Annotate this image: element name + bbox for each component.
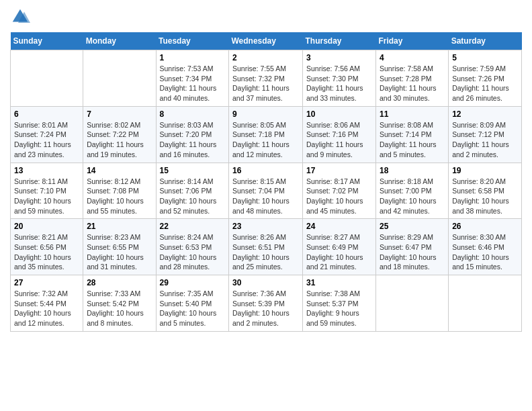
day-info: Sunrise: 8:01 AM Sunset: 7:24 PM Dayligh… — [14, 120, 79, 160]
day-number: 10 — [306, 109, 372, 119]
day-info: Sunrise: 8:23 AM Sunset: 6:55 PM Dayligh… — [87, 232, 152, 272]
day-number: 3 — [306, 53, 372, 62]
calendar-cell: 28Sunrise: 7:33 AM Sunset: 5:42 PM Dayli… — [83, 275, 156, 332]
weekday-header-friday: Friday — [375, 32, 448, 50]
day-info: Sunrise: 8:09 AM Sunset: 7:12 PM Dayligh… — [452, 120, 518, 160]
day-number: 16 — [232, 166, 299, 175]
day-number: 24 — [306, 222, 372, 231]
day-info: Sunrise: 8:29 AM Sunset: 6:47 PM Dayligh… — [380, 232, 445, 272]
day-info: Sunrise: 8:21 AM Sunset: 6:56 PM Dayligh… — [14, 232, 79, 272]
day-info: Sunrise: 8:11 AM Sunset: 7:10 PM Dayligh… — [14, 177, 79, 216]
day-info: Sunrise: 8:02 AM Sunset: 7:22 PM Dayligh… — [87, 120, 152, 160]
day-number: 11 — [380, 109, 445, 119]
calendar-cell — [449, 275, 522, 332]
calendar-cell: 27Sunrise: 7:32 AM Sunset: 5:44 PM Dayli… — [11, 275, 83, 332]
day-info: Sunrise: 8:15 AM Sunset: 7:04 PM Dayligh… — [232, 177, 299, 216]
day-info: Sunrise: 8:12 AM Sunset: 7:08 PM Dayligh… — [87, 177, 152, 216]
calendar-cell: 9Sunrise: 8:05 AM Sunset: 7:18 PM Daylig… — [229, 106, 303, 163]
calendar-cell: 25Sunrise: 8:29 AM Sunset: 6:47 PM Dayli… — [375, 219, 448, 275]
day-number: 13 — [14, 166, 79, 175]
day-number: 22 — [160, 222, 226, 231]
day-info: Sunrise: 7:33 AM Sunset: 5:42 PM Dayligh… — [87, 289, 152, 328]
calendar-cell: 16Sunrise: 8:15 AM Sunset: 7:04 PM Dayli… — [229, 163, 303, 219]
calendar-cell — [11, 50, 83, 107]
day-number: 19 — [452, 166, 518, 175]
day-info: Sunrise: 8:27 AM Sunset: 6:49 PM Dayligh… — [306, 232, 372, 272]
calendar-cell: 4Sunrise: 7:58 AM Sunset: 7:28 PM Daylig… — [375, 50, 448, 107]
day-number: 18 — [380, 166, 445, 175]
day-number: 17 — [306, 166, 372, 175]
day-info: Sunrise: 8:20 AM Sunset: 6:58 PM Dayligh… — [452, 177, 518, 216]
calendar-header: SundayMondayTuesdayWednesdayThursdayFrid… — [11, 32, 522, 50]
calendar-cell: 12Sunrise: 8:09 AM Sunset: 7:12 PM Dayli… — [449, 106, 522, 163]
page: SundayMondayTuesdayWednesdayThursdayFrid… — [0, 0, 532, 411]
calendar-cell: 15Sunrise: 8:14 AM Sunset: 7:06 PM Dayli… — [156, 163, 229, 219]
day-info: Sunrise: 8:17 AM Sunset: 7:02 PM Dayligh… — [306, 177, 372, 216]
calendar-cell — [83, 50, 156, 107]
calendar-cell: 2Sunrise: 7:55 AM Sunset: 7:32 PM Daylig… — [229, 50, 303, 107]
day-number: 31 — [306, 278, 372, 287]
calendar-cell: 11Sunrise: 8:08 AM Sunset: 7:14 PM Dayli… — [375, 106, 448, 163]
calendar-cell: 5Sunrise: 7:59 AM Sunset: 7:26 PM Daylig… — [449, 50, 522, 107]
day-info: Sunrise: 7:58 AM Sunset: 7:28 PM Dayligh… — [380, 64, 445, 103]
day-number: 2 — [232, 53, 299, 62]
calendar-cell: 7Sunrise: 8:02 AM Sunset: 7:22 PM Daylig… — [83, 106, 156, 163]
logo — [10, 7, 33, 27]
day-number: 25 — [380, 222, 445, 231]
calendar-cell: 6Sunrise: 8:01 AM Sunset: 7:24 PM Daylig… — [11, 106, 83, 163]
logo-icon — [10, 7, 30, 27]
calendar-week-row: 27Sunrise: 7:32 AM Sunset: 5:44 PM Dayli… — [11, 275, 522, 332]
day-info: Sunrise: 7:32 AM Sunset: 5:44 PM Dayligh… — [14, 289, 79, 328]
day-info: Sunrise: 8:24 AM Sunset: 6:53 PM Dayligh… — [160, 232, 226, 272]
day-number: 6 — [14, 109, 79, 119]
calendar-cell: 30Sunrise: 7:36 AM Sunset: 5:39 PM Dayli… — [229, 275, 303, 332]
calendar-cell: 17Sunrise: 8:17 AM Sunset: 7:02 PM Dayli… — [302, 163, 375, 219]
day-number: 12 — [452, 109, 518, 119]
day-number: 9 — [232, 109, 299, 119]
day-info: Sunrise: 7:55 AM Sunset: 7:32 PM Dayligh… — [232, 64, 299, 103]
day-info: Sunrise: 8:14 AM Sunset: 7:06 PM Dayligh… — [160, 177, 226, 216]
day-number: 29 — [160, 278, 226, 287]
calendar-week-row: 13Sunrise: 8:11 AM Sunset: 7:10 PM Dayli… — [11, 163, 522, 219]
day-info: Sunrise: 7:53 AM Sunset: 7:34 PM Dayligh… — [160, 64, 226, 103]
calendar-cell: 3Sunrise: 7:56 AM Sunset: 7:30 PM Daylig… — [302, 50, 375, 107]
day-info: Sunrise: 8:03 AM Sunset: 7:20 PM Dayligh… — [160, 120, 226, 160]
day-number: 21 — [87, 222, 152, 231]
day-number: 20 — [14, 222, 79, 231]
calendar-cell — [375, 275, 448, 332]
weekday-header-sunday: Sunday — [11, 32, 83, 50]
calendar-cell: 31Sunrise: 7:38 AM Sunset: 5:37 PM Dayli… — [302, 275, 375, 332]
day-number: 23 — [232, 222, 299, 231]
calendar-cell: 14Sunrise: 8:12 AM Sunset: 7:08 PM Dayli… — [83, 163, 156, 219]
day-number: 30 — [232, 278, 299, 287]
weekday-header-thursday: Thursday — [302, 32, 375, 50]
day-info: Sunrise: 8:06 AM Sunset: 7:16 PM Dayligh… — [306, 120, 372, 160]
day-info: Sunrise: 7:38 AM Sunset: 5:37 PM Dayligh… — [306, 289, 372, 328]
weekday-header-monday: Monday — [83, 32, 156, 50]
day-number: 5 — [452, 53, 518, 62]
day-number: 4 — [380, 53, 445, 62]
calendar-cell: 23Sunrise: 8:26 AM Sunset: 6:51 PM Dayli… — [229, 219, 303, 275]
weekday-header-saturday: Saturday — [449, 32, 522, 50]
day-number: 8 — [160, 109, 226, 119]
calendar-cell: 29Sunrise: 7:35 AM Sunset: 5:40 PM Dayli… — [156, 275, 229, 332]
weekday-header-row: SundayMondayTuesdayWednesdayThursdayFrid… — [11, 32, 522, 50]
calendar-cell: 22Sunrise: 8:24 AM Sunset: 6:53 PM Dayli… — [156, 219, 229, 275]
calendar-cell: 21Sunrise: 8:23 AM Sunset: 6:55 PM Dayli… — [83, 219, 156, 275]
weekday-header-wednesday: Wednesday — [229, 32, 303, 50]
day-info: Sunrise: 8:18 AM Sunset: 7:00 PM Dayligh… — [380, 177, 445, 216]
calendar-week-row: 20Sunrise: 8:21 AM Sunset: 6:56 PM Dayli… — [11, 219, 522, 275]
day-number: 14 — [87, 166, 152, 175]
day-number: 1 — [160, 53, 226, 62]
day-info: Sunrise: 7:35 AM Sunset: 5:40 PM Dayligh… — [160, 289, 226, 328]
calendar-cell: 10Sunrise: 8:06 AM Sunset: 7:16 PM Dayli… — [302, 106, 375, 163]
header — [10, 7, 522, 27]
day-number: 15 — [160, 166, 226, 175]
weekday-header-tuesday: Tuesday — [156, 32, 229, 50]
calendar-cell: 1Sunrise: 7:53 AM Sunset: 7:34 PM Daylig… — [156, 50, 229, 107]
day-info: Sunrise: 8:30 AM Sunset: 6:46 PM Dayligh… — [452, 232, 518, 272]
calendar-cell: 24Sunrise: 8:27 AM Sunset: 6:49 PM Dayli… — [302, 219, 375, 275]
day-number: 27 — [14, 278, 79, 287]
calendar-cell: 26Sunrise: 8:30 AM Sunset: 6:46 PM Dayli… — [449, 219, 522, 275]
day-info: Sunrise: 7:59 AM Sunset: 7:26 PM Dayligh… — [452, 64, 518, 103]
